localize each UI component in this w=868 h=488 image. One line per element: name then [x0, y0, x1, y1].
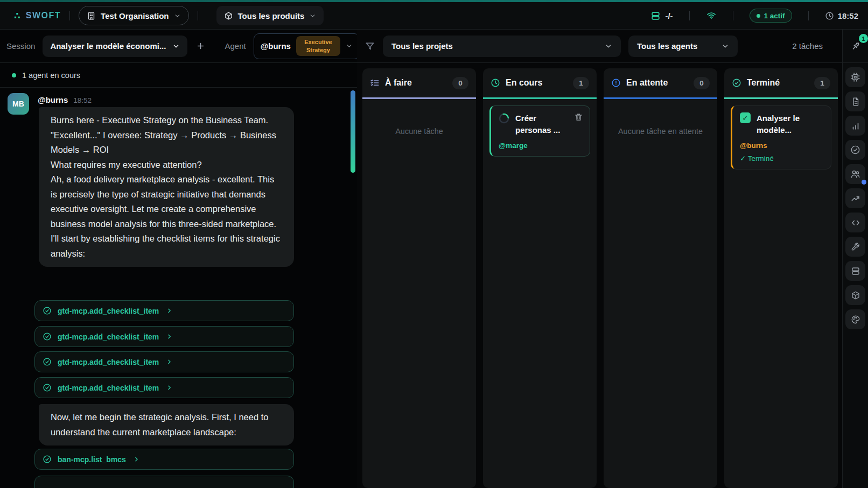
divider [69, 11, 70, 20]
tool-call-item[interactable]: gtd-mcp.add_checklist_item [34, 351, 294, 372]
tool-call-name: ban-mcp.list_bmcs [58, 455, 126, 464]
code-panel-button[interactable] [845, 213, 865, 232]
chat-message-bubble: Burns here - Executive Strategy on the B… [39, 107, 294, 267]
task-card[interactable]: Créer personas ... @marge [489, 105, 590, 157]
check-circle-icon [43, 455, 52, 464]
tool-call-name: gtd-mcp.add_checklist_item [58, 358, 159, 366]
clock-status: 18:52 [825, 11, 858, 20]
session-select[interactable]: Analyser le modèle économi... [43, 36, 187, 57]
task-title: Analyser le modèle... [757, 112, 808, 136]
kanban-board: À faire 0 Aucune tâche En cours 1 [357, 63, 842, 488]
agent-role-badge: Executive Strategy [296, 36, 340, 56]
tool-call-name: gtd-mcp.add_checklist_item [58, 307, 159, 315]
kanban-panel: Tous les projets Tous les agents 2 tâche… [357, 30, 842, 488]
column-count-badge: 0 [452, 77, 468, 89]
add-session-button[interactable] [196, 41, 205, 51]
session-toolbar: Session Analyser le modèle économi... Ag… [0, 30, 357, 63]
projects-filter-value: Tous les projets [391, 41, 453, 51]
products-selection: Tous les produits [238, 11, 305, 20]
chevron-down-icon [172, 43, 180, 50]
products-selector-button[interactable]: Tous les produits [216, 6, 324, 25]
tool-call-item[interactable]: gtd-mcp.add_checklist_item [34, 300, 294, 321]
active-dot-icon [757, 14, 760, 18]
users-panel-button[interactable] [845, 164, 865, 184]
chat-message-bubble: Now, let me begin the strategic analysis… [39, 404, 294, 445]
chevron-down-icon [605, 43, 612, 50]
chat-message-list: MB @burns 18:52 Burns here - Executive S… [0, 88, 357, 488]
chevron-down-icon [722, 43, 729, 50]
sidebar-icon-stack [845, 63, 865, 329]
alert-circle-icon [611, 78, 621, 88]
building-icon [87, 11, 96, 20]
projects-filter-select[interactable]: Tous les projets [383, 36, 621, 57]
chevron-right-icon [166, 384, 173, 391]
clock-icon [825, 11, 834, 20]
organisation-selector-button[interactable]: Test Organisation [79, 6, 188, 25]
cube-panel-button[interactable] [845, 285, 865, 305]
agents-running-label: 1 agent en cours [22, 71, 80, 80]
kanban-column-waiting: En attente 0 Aucune tâche en attente [604, 68, 717, 488]
document-panel-button[interactable] [845, 91, 865, 111]
tool-call-item[interactable]: gtd-mcp.add_checklist_item [34, 377, 294, 398]
task-card[interactable]: ✓ Analyser le modèle... @burns ✓ Terminé [731, 105, 831, 169]
status-dot-icon [12, 73, 16, 77]
app-header: ∴ SWOFT Test Organisation Tous les produ… [0, 2, 868, 30]
check-circle-icon [732, 78, 741, 88]
check-circle-icon [43, 332, 52, 341]
tool-call-name: gtd-mcp.add_checklist_item [58, 384, 159, 392]
check-circle-icon [43, 306, 52, 315]
column-count-badge: 0 [694, 77, 710, 89]
agents-filter-select[interactable]: Tous les agents [628, 36, 738, 57]
tool-call-name: gtd-mcp.add_checklist_item [58, 333, 159, 341]
check-circle-panel-button[interactable] [845, 140, 865, 160]
task-assignee: @marge [499, 142, 583, 150]
chat-scrollbar[interactable] [351, 90, 355, 173]
chevron-down-icon [309, 12, 316, 19]
wrench-panel-button[interactable] [845, 237, 865, 257]
message-meta: @burns 18:52 [38, 95, 92, 104]
avatar: MB [8, 93, 29, 115]
clock-value: 18:52 [838, 11, 858, 20]
organisation-name: Test Organisation [101, 11, 169, 20]
trending-up-panel-button[interactable] [845, 188, 865, 208]
agent-select[interactable]: @burns Executive Strategy [254, 33, 360, 59]
pin-panel-button[interactable]: 1 [845, 36, 865, 56]
session-select-value: Analyser le modèle économi... [50, 41, 166, 51]
pin-section: 1 [843, 30, 868, 63]
task-title: Créer personas ... [515, 112, 567, 136]
column-header: À faire 0 [362, 68, 476, 99]
chip-panel-button[interactable] [845, 67, 865, 87]
checkbox-checked-icon[interactable]: ✓ [740, 112, 751, 123]
trash-icon[interactable] [574, 112, 583, 122]
app-logo: ∴ SWOFT [14, 10, 61, 22]
active-agents-label: 1 actif [764, 12, 785, 20]
server-panel-button[interactable] [845, 261, 865, 281]
clock-icon [491, 78, 500, 88]
connection-status: -/- [650, 11, 673, 21]
checklist-icon [370, 78, 380, 88]
server-stack-icon [650, 11, 661, 21]
tool-call-item[interactable]: ban-mcp.list_bmcs [34, 449, 294, 470]
task-status: ✓ Terminé [740, 154, 824, 162]
divider [689, 11, 690, 20]
palette-panel-button[interactable] [845, 309, 865, 329]
column-header: En cours 1 [483, 68, 597, 99]
bar-chart-panel-button[interactable] [845, 116, 865, 136]
wifi-icon [706, 10, 717, 21]
task-assignee: @burns [740, 142, 824, 150]
spinner-icon [499, 113, 509, 124]
tool-call-item[interactable]: gtd-mcp.add_checklist_item [34, 326, 294, 347]
chevron-down-icon [346, 43, 353, 49]
kanban-column-todo: À faire 0 Aucune tâche [362, 68, 476, 488]
divider [198, 11, 198, 20]
filter-funnel-icon [365, 41, 375, 52]
notification-dot [862, 180, 866, 185]
check-circle-icon [43, 383, 52, 392]
tasks-count-label: 2 tâches [792, 41, 823, 51]
column-header: En attente 0 [604, 68, 717, 99]
column-title: En attente [626, 78, 688, 88]
tool-call-item-partial[interactable] [34, 476, 294, 488]
app-body: Session Analyser le modèle économi... Ag… [0, 30, 868, 488]
chevron-right-icon [166, 358, 173, 365]
check-circle-icon [43, 357, 52, 366]
